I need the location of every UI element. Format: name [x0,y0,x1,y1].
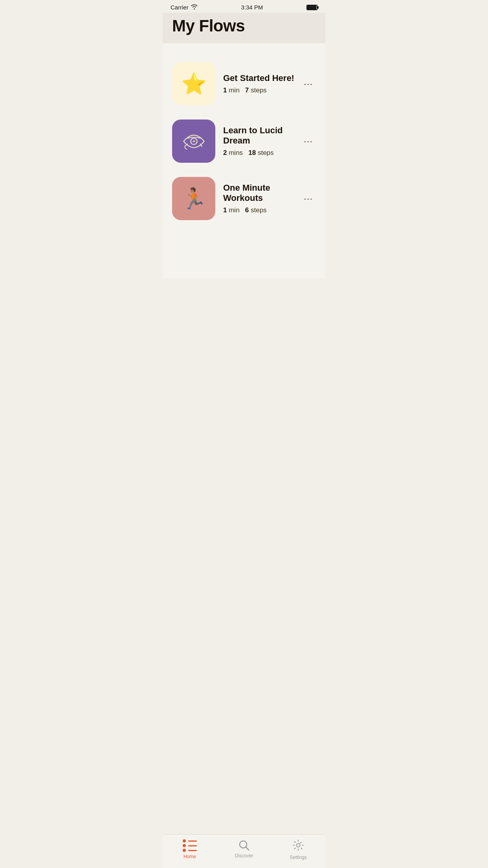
flow-duration-unit-lucid-dream: mins [229,149,243,156]
flow-duration-unit-get-started: min [229,86,239,94]
page-title: My Flows [172,17,316,35]
flow-item-get-started[interactable]: ⭐ Get Started Here! 1 min 7 steps ··· [163,55,325,112]
battery-icon [306,5,317,10]
flow-title-lucid-dream: Learn to Lucid Dream [223,125,301,146]
page-header: My Flows [163,13,325,43]
flow-info-workouts: One Minute Workouts 1 min 6 steps [223,183,301,214]
star-emoji: ⭐ [181,72,207,96]
runner-emoji: 🏃🏽 [181,187,207,211]
flow-item-lucid-dream[interactable]: Learn to Lucid Dream 2 mins 18 steps ··· [163,112,325,170]
flow-duration-lucid-dream: 2 [223,149,227,156]
flow-steps-lucid-dream: 18 [248,149,256,156]
status-bar: Carrier 3:34 PM [163,0,325,13]
flow-info-lucid-dream: Learn to Lucid Dream 2 mins 18 steps [223,125,301,157]
flow-meta-lucid-dream: 2 mins 18 steps [223,149,301,157]
flow-more-get-started[interactable]: ··· [301,75,316,92]
flow-title-workouts: One Minute Workouts [223,183,301,203]
content-area: ⭐ Get Started Here! 1 min 7 steps ··· [163,43,325,278]
flow-duration-workouts: 1 [223,206,227,214]
flow-list: ⭐ Get Started Here! 1 min 7 steps ··· [163,51,325,231]
flow-icon-dream [172,120,215,163]
svg-point-1 [193,140,195,142]
flow-duration-get-started: 1 [223,86,227,94]
flow-steps-workouts: 6 [245,206,249,214]
flow-meta-workouts: 1 min 6 steps [223,206,301,214]
flow-meta-get-started: 1 min 7 steps [223,86,301,94]
flow-steps-get-started: 7 [245,86,249,94]
eye-svg [181,132,207,150]
flow-duration-unit-workouts: min [229,206,239,214]
flow-more-lucid-dream[interactable]: ··· [301,132,316,150]
flow-icon-workout: 🏃🏽 [172,177,215,220]
flow-item-workouts[interactable]: 🏃🏽 One Minute Workouts 1 min 6 steps ··· [163,170,325,227]
flow-icon-star: ⭐ [172,62,215,105]
status-left: Carrier [171,4,198,11]
carrier-label: Carrier [171,4,189,11]
flow-title-get-started: Get Started Here! [223,73,301,83]
flow-more-workouts[interactable]: ··· [301,190,316,207]
wifi-icon [191,4,198,11]
time-label: 3:34 PM [241,4,263,11]
flow-info-get-started: Get Started Here! 1 min 7 steps [223,73,301,94]
